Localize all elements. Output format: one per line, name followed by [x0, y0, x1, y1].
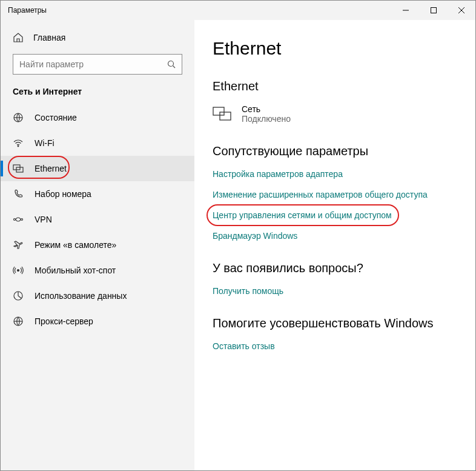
home-link[interactable]: Главная — [1, 32, 194, 54]
sidebar-item-hotspot[interactable]: Мобильный хот-спот — [1, 258, 194, 283]
home-icon — [13, 32, 24, 43]
section-title-ethernet: Ethernet — [213, 79, 457, 93]
link-network-center[interactable]: Центр управления сетями и общим доступом — [213, 210, 392, 220]
sidebar-item-airplane[interactable]: Режим «в самолете» — [1, 232, 194, 258]
svg-point-4 — [168, 61, 174, 67]
sidebar-item-label: Ethernet — [35, 164, 67, 173]
sidebar-item-wifi[interactable]: Wi-Fi — [1, 130, 194, 156]
data-usage-icon — [13, 290, 24, 301]
airplane-icon — [13, 239, 24, 250]
network-icon — [213, 105, 232, 122]
sidebar-item-label: Wi-Fi — [35, 138, 55, 148]
svg-point-11 — [14, 219, 16, 221]
section-title-improve: Помогите усовершенствовать Windows — [213, 316, 457, 330]
hotspot-icon — [13, 265, 24, 276]
sidebar-item-label: Использование данных — [35, 291, 127, 301]
ethernet-icon — [13, 163, 24, 174]
sidebar-item-proxy[interactable]: Прокси-сервер — [1, 309, 194, 334]
section-title-related: Сопутствующие параметры — [213, 144, 457, 158]
svg-line-5 — [173, 66, 176, 68]
window-controls — [392, 1, 475, 20]
sidebar-item-label: Прокси-сервер — [35, 316, 93, 326]
link-feedback[interactable]: Оставить отзыв — [213, 341, 275, 351]
close-button[interactable] — [448, 1, 475, 20]
sidebar-item-label: Режим «в самолете» — [35, 240, 116, 250]
category-header: Сеть и Интернет — [1, 87, 194, 105]
svg-rect-1 — [431, 8, 437, 13]
sidebar-item-label: VPN — [35, 215, 52, 224]
link-get-help[interactable]: Получить помощь — [213, 286, 283, 296]
status-icon — [13, 112, 24, 123]
sidebar-item-datausage[interactable]: Использование данных — [1, 283, 194, 309]
titlebar: Параметры — [1, 1, 475, 20]
sidebar-item-ethernet[interactable]: Ethernet — [1, 156, 194, 181]
window-title: Параметры — [8, 6, 392, 15]
page-title: Ethernet — [213, 38, 457, 59]
svg-point-13 — [18, 270, 19, 272]
sidebar: Главная Сеть и Интернет Состояние — [1, 20, 194, 470]
network-name: Сеть — [242, 104, 291, 114]
search-box[interactable] — [13, 54, 182, 75]
dialup-icon — [13, 189, 24, 199]
svg-rect-18 — [220, 112, 231, 120]
sidebar-item-status[interactable]: Состояние — [1, 105, 194, 130]
maximize-button[interactable] — [420, 1, 448, 20]
network-status: Подключено — [242, 114, 291, 124]
wifi-icon — [13, 138, 24, 149]
link-adapter-settings[interactable]: Настройка параметров адаптера — [213, 169, 343, 179]
link-firewall[interactable]: Брандмауэр Windows — [213, 231, 297, 241]
home-label: Главная — [33, 33, 65, 42]
search-icon — [161, 60, 182, 68]
vpn-icon — [13, 214, 24, 225]
section-title-help: У вас появились вопросы? — [213, 261, 457, 275]
search-input[interactable] — [13, 59, 161, 69]
sidebar-item-label: Мобильный хот-спот — [35, 266, 116, 275]
minimize-button[interactable] — [392, 1, 420, 20]
svg-point-8 — [18, 145, 19, 147]
svg-point-12 — [21, 219, 23, 221]
main-panel: Ethernet Ethernet Сеть Подключено Сопутс… — [194, 20, 475, 470]
link-advanced-sharing[interactable]: Изменение расширенных параметров общего … — [213, 190, 428, 199]
sidebar-item-vpn[interactable]: VPN — [1, 207, 194, 232]
network-status-row[interactable]: Сеть Подключено — [213, 104, 457, 124]
svg-rect-17 — [213, 107, 224, 115]
proxy-icon — [13, 316, 24, 327]
sidebar-item-dialup[interactable]: Набор номера — [1, 181, 194, 207]
sidebar-item-label: Состояние — [35, 113, 77, 122]
sidebar-item-label: Набор номера — [35, 189, 91, 199]
